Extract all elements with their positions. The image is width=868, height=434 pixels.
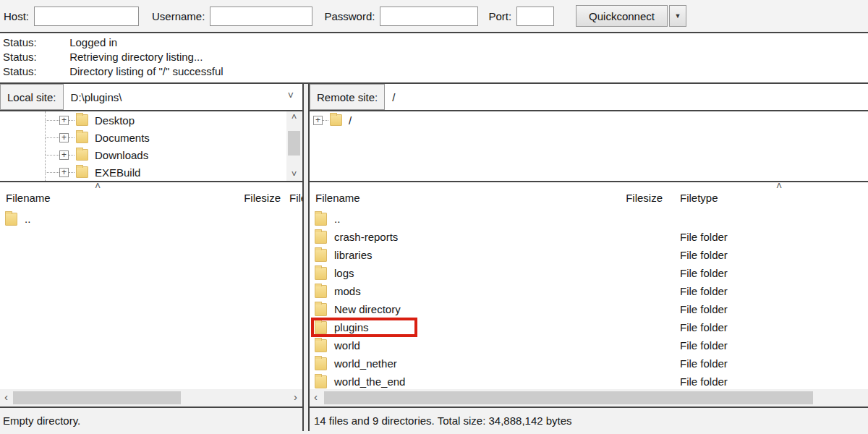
scroll-left-icon[interactable]: ‹ xyxy=(310,389,322,407)
local-site-combobox[interactable]: D:\plugins\ ˅ xyxy=(64,84,302,110)
port-input[interactable] xyxy=(516,7,554,26)
dropdown-arrow-icon: ▼ xyxy=(675,12,681,20)
horizontal-scrollbars: ‹ › ‹ xyxy=(0,389,868,407)
scrollbar-thumb[interactable] xyxy=(288,131,300,156)
scroll-down-icon[interactable]: ˅ xyxy=(286,169,302,181)
folder-icon xyxy=(315,285,327,298)
file-row-logs[interactable]: logs File folder xyxy=(310,264,868,282)
filename: .. xyxy=(25,213,30,225)
folder-icon xyxy=(315,357,327,370)
log-label: Status: xyxy=(3,35,67,50)
column-filetype[interactable]: Filetype xyxy=(289,192,302,204)
filename: world_nether xyxy=(334,357,397,370)
file-row-new-directory[interactable]: New directory File folder xyxy=(310,300,868,318)
password-input[interactable] xyxy=(380,7,478,26)
quickconnect-bar: Host: Username: Password: Port: Quickcon… xyxy=(0,0,868,33)
filename: logs xyxy=(334,267,354,279)
log-message: Logged in xyxy=(69,36,117,48)
log-label: Status: xyxy=(3,50,67,64)
column-filesize[interactable]: Filesize xyxy=(616,192,663,204)
folder-icon xyxy=(76,132,88,143)
log-entry: Status: Logged in xyxy=(3,35,868,50)
filename: .. xyxy=(334,213,340,225)
file-row-mods[interactable]: mods File folder xyxy=(310,282,868,300)
sort-ascending-icon: ˄ xyxy=(776,182,782,192)
tree-expand-icon[interactable]: + xyxy=(59,150,69,160)
column-filename[interactable]: Filename xyxy=(315,192,360,204)
folder-icon xyxy=(315,339,327,352)
local-tree-scrollbar[interactable]: ˄ ˅ xyxy=(286,111,302,181)
scroll-left-icon[interactable]: ‹ xyxy=(0,389,12,407)
filename: world_the_end xyxy=(334,375,405,388)
tree-item-exebuild[interactable]: + EXEBuild xyxy=(0,163,302,181)
remote-directory-tree: + / xyxy=(310,111,868,181)
column-filetype[interactable]: Filetype xyxy=(680,192,718,204)
username-input[interactable] xyxy=(210,7,312,26)
scroll-right-icon[interactable]: › xyxy=(289,389,302,407)
folder-icon xyxy=(5,213,17,226)
message-log: Status: Logged in Status: Retrieving dir… xyxy=(0,33,868,84)
local-site-row: Local site: D:\plugins\ ˅ xyxy=(0,84,302,110)
filetype: File folder xyxy=(680,267,728,279)
folder-icon xyxy=(315,267,327,280)
log-entry: Status: Directory listing of "/" success… xyxy=(3,64,868,79)
local-list-header[interactable]: Filename ˄ Filesize Filetype xyxy=(0,182,302,210)
folder-icon xyxy=(76,114,88,126)
tree-expand-icon[interactable]: + xyxy=(313,116,323,125)
remote-list-scrollbar[interactable]: ‹ xyxy=(310,389,868,407)
remote-site-row: Remote site: / xyxy=(310,84,868,110)
scrollbar-thumb[interactable] xyxy=(324,391,813,404)
file-row-crash-reports[interactable]: crash-reports File folder xyxy=(310,228,868,246)
file-row-parent[interactable]: .. xyxy=(310,210,868,228)
file-row-parent[interactable]: .. xyxy=(0,210,302,228)
tree-item-documents[interactable]: + Documents xyxy=(0,129,302,146)
scroll-up-icon[interactable]: ˄ xyxy=(286,111,302,124)
local-site-path: D:\plugins\ xyxy=(71,91,122,103)
remote-site-combobox[interactable]: / xyxy=(385,84,868,110)
quickconnect-button[interactable]: Quickconnect xyxy=(576,5,668,27)
file-lists: Filename ˄ Filesize Filetype .. Filename… xyxy=(0,181,868,389)
remote-site-label: Remote site: xyxy=(310,84,385,110)
password-label: Password: xyxy=(324,10,375,22)
file-row-world-the-end[interactable]: world_the_end File folder xyxy=(310,373,868,389)
file-row-plugins[interactable]: plugins File folder xyxy=(310,318,868,336)
chevron-down-icon: ˅ xyxy=(288,90,294,101)
username-label: Username: xyxy=(152,10,205,22)
folder-icon xyxy=(315,231,327,244)
folder-icon xyxy=(315,321,327,334)
tree-expand-icon[interactable]: + xyxy=(59,168,69,177)
log-label: Status: xyxy=(3,64,67,79)
folder-icon xyxy=(315,303,327,316)
filename: world xyxy=(334,339,360,352)
site-path-row: Local site: D:\plugins\ ˅ Remote site: / xyxy=(0,84,868,111)
column-filename[interactable]: Filename xyxy=(6,192,51,204)
pane-splitter[interactable] xyxy=(302,84,310,431)
filetype: File folder xyxy=(680,231,728,243)
file-row-world-nether[interactable]: world_nether File folder xyxy=(310,354,868,373)
filetype: File folder xyxy=(680,303,728,315)
filename: New directory xyxy=(334,303,401,315)
port-label: Port: xyxy=(488,10,511,22)
tree-expand-icon[interactable]: + xyxy=(59,133,69,142)
directory-trees: + Desktop + Documents + Downloads xyxy=(0,111,868,181)
folder-icon xyxy=(76,149,88,161)
tree-item-downloads[interactable]: + Downloads xyxy=(0,146,302,163)
tree-item-root[interactable]: + / xyxy=(310,111,868,129)
column-filesize[interactable]: Filesize xyxy=(244,192,281,204)
file-row-libraries[interactable]: libraries File folder xyxy=(310,246,868,264)
tree-item-desktop[interactable]: + Desktop xyxy=(0,111,302,129)
local-list-scrollbar[interactable]: ‹ › xyxy=(0,389,302,407)
log-message: Retrieving directory listing... xyxy=(69,51,203,63)
host-input[interactable] xyxy=(34,7,139,26)
filetype: File folder xyxy=(680,357,728,370)
local-pane-status: Empty directory. xyxy=(3,414,80,427)
local-directory-tree: + Desktop + Documents + Downloads xyxy=(0,111,302,181)
quickconnect-dropdown-button[interactable]: ▼ xyxy=(669,5,686,27)
remote-list-header[interactable]: Filename Filesize Filetype ˄ xyxy=(310,182,868,210)
remote-site-path: / xyxy=(392,91,395,103)
status-bar: Empty directory. 14 files and 9 director… xyxy=(0,407,868,434)
folder-icon xyxy=(315,249,327,262)
tree-expand-icon[interactable]: + xyxy=(59,116,69,125)
scrollbar-thumb[interactable] xyxy=(13,391,181,404)
file-row-world[interactable]: world File folder xyxy=(310,336,868,354)
